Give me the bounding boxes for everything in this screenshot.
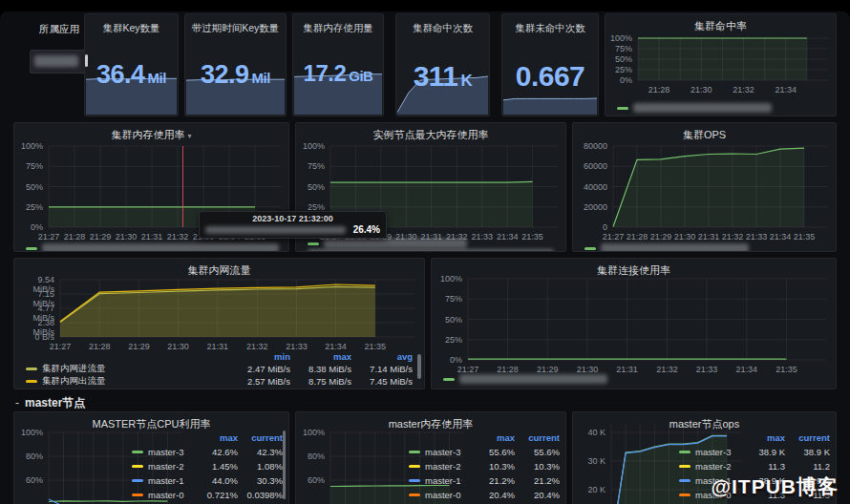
series-color-mark xyxy=(26,247,37,250)
panel-master-mem: master内存使用率 100%80%60% maxcurrent master… xyxy=(295,411,566,504)
legend-row-master-3[interactable]: master-355.6%55.6% xyxy=(409,445,560,459)
series-color-mark xyxy=(409,479,420,482)
series-color-mark xyxy=(443,378,455,381)
legend-row-master-2[interactable]: master-21.45%1.08% xyxy=(132,459,283,473)
legend-item[interactable] xyxy=(443,373,607,385)
series-color-mark xyxy=(132,451,143,453)
dropdown-value-redacted xyxy=(34,55,78,67)
series-color-mark xyxy=(26,368,37,370)
master-mem-legend: maxcurrent master-355.6%55.6% master-210… xyxy=(409,430,560,502)
tooltip-value: 26.4% xyxy=(353,224,380,235)
stat-title: 集群命中次数 xyxy=(396,22,489,35)
legend-row-master-3[interactable]: master-338.9 K38.9 K xyxy=(679,445,830,459)
stat-value: 0.667 xyxy=(502,62,598,91)
legend-header-row: min max avg xyxy=(26,350,413,362)
dropdown-scrollbar[interactable] xyxy=(85,54,88,67)
stat-value: 36.4Mil xyxy=(85,62,178,88)
legend-label-redacted xyxy=(308,249,554,252)
series-color-mark xyxy=(679,479,691,482)
stat-title: 带过期时间Key数量 xyxy=(185,22,286,35)
series-color-mark xyxy=(617,107,628,110)
stat-panel-cluster-misses: 集群未命中次数 0.667 xyxy=(501,13,599,116)
stat-panel-cluster-mem: 集群内存使用量 17.2GiB xyxy=(292,13,384,116)
panel-cluster-conn-usage: 集群连接使用率 0%25%50%75%100%21:2721:2821:2921… xyxy=(431,258,837,389)
row-header-master[interactable]: -master节点 xyxy=(15,395,85,411)
legend-label-redacted xyxy=(601,243,749,252)
series-color-mark xyxy=(679,451,691,453)
application-dropdown[interactable] xyxy=(30,50,91,74)
legend-col-min[interactable]: min xyxy=(229,351,290,362)
hit-rate-plot: 0%25%50%75%100%21:2821:3021:3221:34 xyxy=(606,14,836,116)
panel-cluster-net-traffic: 集群内网流量 0 B/s2.38 MiB/s4.77 MiB/s7.15 MiB… xyxy=(13,258,425,389)
legend-label-redacted xyxy=(324,239,467,248)
series-color-mark xyxy=(132,494,143,496)
stat-title: 集群未命中次数 xyxy=(502,22,598,35)
tooltip-series-redacted xyxy=(205,226,346,234)
cluster-ops-plot: 02000040000600008000021:2721:2821:2921:3… xyxy=(573,123,836,251)
tooltip-series-row: 26.4% xyxy=(200,223,386,235)
series-color-mark xyxy=(409,465,420,468)
legend-label-redacted xyxy=(633,103,772,113)
panel-master-cpu: MASTER节点CPU利用率 100%80%60% maxcurrent mas… xyxy=(13,411,289,504)
net-traffic-legend: min max avg 集群内网进流量 2.47 MiB/s 8.38 MiB/… xyxy=(26,350,413,388)
legend-row-net-out[interactable]: 集群内网出流量 2.57 MiB/s 8.75 MiB/s 7.45 MiB/s xyxy=(26,375,413,387)
stat-title: 集群Key数量 xyxy=(85,22,178,35)
legend-scrollbar[interactable] xyxy=(417,354,421,379)
crosshair-line xyxy=(182,146,183,227)
series-color-mark xyxy=(409,494,420,496)
master-cpu-legend: maxcurrent master-342.6%42.3% master-21.… xyxy=(132,430,283,502)
legend-header-row: maxcurrent xyxy=(132,430,283,445)
stat-title: 集群内存使用量 xyxy=(293,22,383,35)
tooltip-timestamp: 2023-10-17 21:32:00 xyxy=(200,214,386,223)
legend-row-master-0[interactable]: master-020.4%20.4% xyxy=(409,488,560,502)
series-color-mark xyxy=(132,479,143,482)
stat-value: 311K xyxy=(396,62,489,91)
legend-row-net-in[interactable]: 集群内网进流量 2.47 MiB/s 8.38 MiB/s 7.14 MiB/s xyxy=(26,363,413,374)
panel-cluster-hit-rate: 集群命中率 0%25%50%75%100%21:2821:3021:3221:3… xyxy=(605,13,837,116)
stat-panel-expiring-keys: 带过期时间Key数量 32.9Mil xyxy=(184,13,287,116)
stat-panel-cluster-hits: 集群命中次数 311K xyxy=(395,13,490,116)
legend-row-master-3[interactable]: master-342.6%42.3% xyxy=(132,445,283,459)
legend-item[interactable] xyxy=(584,242,749,252)
row-collapse-toggle[interactable]: - xyxy=(15,396,19,410)
stat-panel-cluster-keys: 集群Key数量 36.4Mil xyxy=(84,13,179,116)
panel-cluster-ops: 集群OPS 02000040000600008000021:2721:2821:… xyxy=(572,122,837,252)
legend-row-master-1[interactable]: master-144.0%30.3% xyxy=(132,473,283,488)
chart-tooltip: 2023-10-17 21:32:00 26.4% xyxy=(199,211,387,239)
legend-item[interactable] xyxy=(617,102,772,114)
legend-col-avg[interactable]: avg xyxy=(351,351,413,362)
series-color-mark xyxy=(679,494,691,496)
series-color-mark xyxy=(679,465,691,468)
legend-header-row: maxcurrent xyxy=(679,430,830,445)
legend-label-redacted xyxy=(459,374,607,384)
legend-row-master-2[interactable]: master-210.3%10.3% xyxy=(409,459,560,473)
legend-row-master-0[interactable]: master-00.721%0.0398% xyxy=(132,488,283,502)
legend-label-redacted xyxy=(42,243,279,252)
stat-value: 17.2GiB xyxy=(293,62,383,85)
watermark: @ITPUB博客 xyxy=(712,473,839,500)
legend-header-row: maxcurrent xyxy=(409,430,560,445)
legend-row-master-1[interactable]: master-121.2%21.2% xyxy=(409,473,560,488)
legend-scrollbar[interactable] xyxy=(283,430,286,499)
stat-value: 32.9Mil xyxy=(185,62,286,88)
series-color-mark xyxy=(308,242,319,245)
series-color-mark xyxy=(132,465,143,468)
conn-usage-plot: 0%25%50%75%100%21:2721:2821:2921:3021:31… xyxy=(432,259,836,388)
legend-col-max[interactable]: max xyxy=(290,351,351,362)
legend-item[interactable] xyxy=(26,242,279,252)
series-color-mark xyxy=(26,380,37,383)
series-color-mark xyxy=(409,451,420,453)
series-color-mark xyxy=(584,247,596,250)
legend-item[interactable] xyxy=(308,248,554,252)
legend-row-master-2[interactable]: master-211.311.2 xyxy=(679,459,830,473)
